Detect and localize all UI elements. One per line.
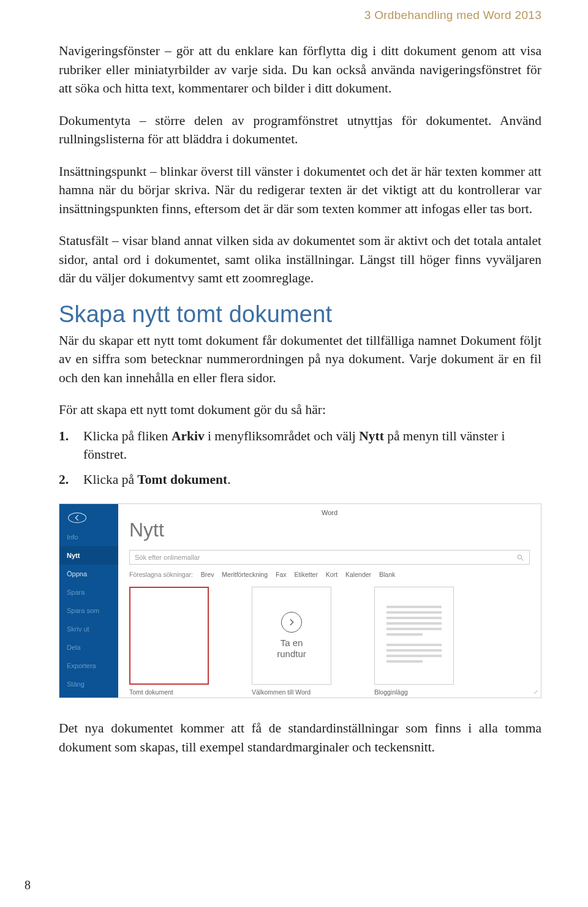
word-sidebar: Info Nytt Öppna Spara Spara som Skriv ut… <box>59 504 118 698</box>
arrow-right-circle-icon <box>281 612 302 633</box>
search-placeholder: Sök efter onlinemallar <box>135 554 200 561</box>
sidebar-item-info[interactable]: Info <box>59 528 118 546</box>
sugg-label: Föreslagna sökningar: <box>129 571 193 578</box>
sidebar-item-konto[interactable]: Konto <box>59 693 118 698</box>
tour-text: Ta enrundtur <box>277 638 306 661</box>
word-panel-heading: Nytt <box>129 519 530 541</box>
paragraph-howto: För att skapa ett nytt tomt dokument gör… <box>59 401 541 420</box>
tile-tour-caption: Välkommen till Word ⤢ <box>252 688 331 696</box>
paragraph-defaults: Det nya dokumentet kommer att få de stan… <box>59 719 541 756</box>
svg-line-1 <box>521 559 523 560</box>
paragraph-statusbar: Statusfält – visar bland annat vilken si… <box>59 231 541 288</box>
word-main-panel: Word Nytt Sök efter onlinemallar Föresla… <box>118 504 541 698</box>
sugg-blank[interactable]: Blank <box>379 571 395 578</box>
page-number: 8 <box>24 878 31 892</box>
page-header: 3 Ordbehandling med Word 2013 <box>59 9 541 22</box>
tile-blank-thumb <box>129 587 209 685</box>
tile-welcome-tour[interactable]: Ta enrundtur Välkommen till Word ⤢ <box>252 587 331 696</box>
heading-skapa: Skapa nytt tomt dokument <box>59 301 541 328</box>
sidebar-item-exportera[interactable]: Exportera <box>59 657 118 675</box>
arrow-left-icon <box>73 513 82 522</box>
list-text: Klicka på fliken Arkiv i menyfliksområde… <box>83 427 541 464</box>
list-item-2: 2. Klicka på Tomt dokument. <box>59 470 541 489</box>
list-text: Klicka på Tomt dokument. <box>83 470 541 489</box>
template-tiles: Tomt dokument Ta enrundtur Välkommen til… <box>129 587 530 696</box>
tile-tour-thumb: Ta enrundtur <box>252 587 331 685</box>
tile-blank-document[interactable]: Tomt dokument <box>129 587 209 696</box>
tile-blog-thumb <box>374 587 454 685</box>
back-button[interactable] <box>68 513 86 523</box>
word-screenshot: Info Nytt Öppna Spara Spara som Skriv ut… <box>59 503 541 698</box>
svg-point-0 <box>518 555 522 559</box>
list-number: 2. <box>59 470 83 489</box>
expand-icon: ⤢ <box>533 689 538 695</box>
paragraph-docarea: Dokumentyta – större delen av programfön… <box>59 111 541 149</box>
sidebar-item-sparasom[interactable]: Spara som <box>59 601 118 620</box>
sugg-fax[interactable]: Fax <box>276 571 287 578</box>
search-icon <box>516 554 524 562</box>
sugg-brev[interactable]: Brev <box>201 571 214 578</box>
list-number: 1. <box>59 427 83 464</box>
tile-blog-caption: Blogginlägg <box>374 688 454 696</box>
sidebar-item-spara[interactable]: Spara <box>59 583 118 601</box>
list-item-1: 1. Klicka på fliken Arkiv i menyfliksomr… <box>59 427 541 464</box>
paragraph-nav: Navigeringsfönster – gör att du enklare … <box>59 42 541 98</box>
word-app-title: Word <box>129 509 530 516</box>
paragraph-cursor: Insättningspunkt – blinkar överst till v… <box>59 162 541 219</box>
sidebar-item-dela[interactable]: Dela <box>59 638 118 657</box>
sugg-etiketter[interactable]: Etiketter <box>294 571 318 578</box>
numbered-list: 1. Klicka på fliken Arkiv i menyfliksomr… <box>59 427 541 489</box>
sidebar-item-nytt[interactable]: Nytt <box>59 546 118 565</box>
sidebar-item-stang[interactable]: Stäng <box>59 675 118 693</box>
sugg-kort[interactable]: Kort <box>326 571 337 578</box>
suggested-searches: Föreslagna sökningar: Brev Meritförteckn… <box>129 571 530 578</box>
template-search-input[interactable]: Sök efter onlinemallar <box>129 550 530 565</box>
tile-blog-post[interactable]: Blogginlägg <box>374 587 454 696</box>
sidebar-item-oppna[interactable]: Öppna <box>59 565 118 583</box>
tile-blank-caption: Tomt dokument <box>129 688 209 696</box>
sidebar-item-skrivut[interactable]: Skriv ut <box>59 620 118 638</box>
paragraph-newdoc: När du skapar ett nytt tomt dokument får… <box>59 331 541 388</box>
sugg-kalender[interactable]: Kalender <box>345 571 371 578</box>
sugg-merit[interactable]: Meritförteckning <box>222 571 268 578</box>
